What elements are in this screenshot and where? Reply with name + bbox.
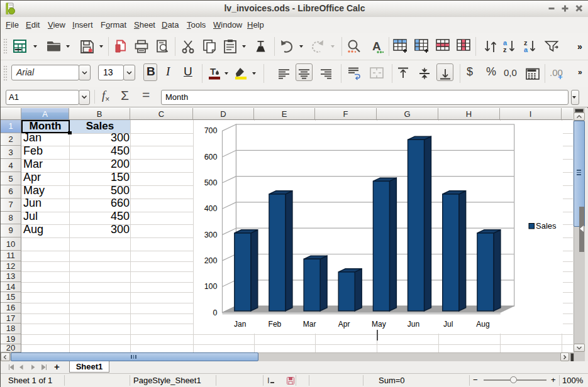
- svg-text:Jun: Jun: [408, 320, 419, 329]
- svg-text:300: 300: [204, 231, 218, 239]
- svg-text:700: 700: [204, 126, 218, 135]
- svg-text:Apr: Apr: [338, 320, 350, 329]
- svg-text:T: T: [210, 67, 216, 77]
- svg-text:100: 100: [204, 282, 218, 291]
- svg-text:a: a: [524, 46, 528, 53]
- svg-text:Feb: Feb: [269, 320, 282, 329]
- svg-text:Aug: Aug: [476, 320, 489, 329]
- svg-text:0: 0: [213, 308, 218, 317]
- svg-text:A: A: [372, 40, 381, 53]
- svg-text:Jan: Jan: [234, 320, 246, 329]
- svg-text:Mar: Mar: [303, 320, 316, 329]
- svg-text:200: 200: [204, 256, 218, 265]
- svg-text:May: May: [372, 320, 386, 329]
- svg-text:z: z: [503, 46, 507, 53]
- svg-text:Sales: Sales: [536, 221, 557, 231]
- svg-text:Jul: Jul: [443, 320, 453, 329]
- svg-text:500: 500: [204, 178, 218, 187]
- svg-text:400: 400: [204, 204, 218, 213]
- svg-text:600: 600: [204, 153, 218, 161]
